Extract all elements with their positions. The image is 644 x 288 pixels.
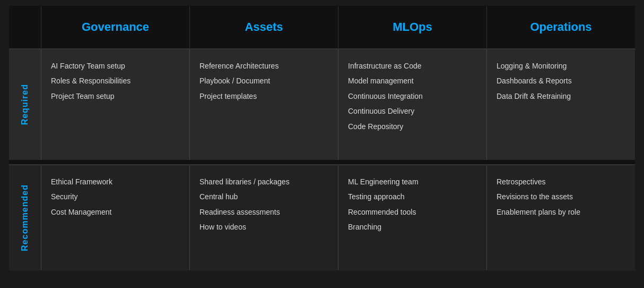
required-label: Required [20, 84, 30, 125]
main-table: Governance Assets MLOps Operations Requi… [9, 6, 635, 282]
required-mlops-cell: Infrastructure as CodeModel managementCo… [338, 49, 486, 160]
list-item: Code Repository [348, 121, 477, 132]
recommended-governance-cell: Ethical FrameworkSecurityCost Management [41, 165, 189, 270]
recommended-label-cell: Recommended [9, 165, 41, 270]
list-item: Logging & Monitoring [497, 60, 625, 72]
list-item: Shared libraries / packages [199, 176, 328, 188]
header-operations: Operations [486, 6, 635, 48]
required-row: Required AI Factory Team setupRoles & Re… [9, 48, 635, 160]
list-item: Data Drift & Retraining [497, 90, 625, 102]
list-item: Retrospectives [497, 176, 625, 188]
list-item: Continuous Integration [348, 90, 477, 102]
list-item: Cost Management [51, 206, 180, 218]
list-item: Testing approach [348, 191, 477, 202]
required-operations-cell: Logging & MonitoringDashboards & Reports… [486, 49, 635, 160]
list-item: Branching [348, 221, 477, 233]
recommended-row: Recommended Ethical FrameworkSecurityCos… [9, 164, 635, 270]
list-item: Model management [348, 75, 477, 87]
list-item: Readiness assessments [199, 206, 328, 218]
list-item: Dashboards & Reports [497, 75, 625, 87]
separator [9, 160, 635, 164]
list-item: Security [51, 191, 180, 202]
list-item: Infrastructure as Code [348, 60, 477, 72]
list-item: Central hub [199, 191, 328, 202]
required-governance-cell: AI Factory Team setupRoles & Responsibil… [41, 49, 189, 160]
recommended-assets-cell: Shared libraries / packagesCentral hubRe… [189, 165, 338, 270]
list-item: Roles & Responsibilities [51, 75, 180, 87]
recommended-mlops-cell: ML Engineering teamTesting approachRecom… [338, 165, 486, 270]
header-assets: Assets [189, 6, 338, 48]
list-item: How to videos [199, 221, 328, 233]
list-item: Enablement plans by role [497, 206, 625, 218]
header-governance: Governance [41, 6, 189, 48]
list-item: ML Engineering team [348, 176, 477, 188]
header-mlops: MLOps [338, 6, 486, 48]
required-label-cell: Required [9, 49, 41, 160]
list-item: Project templates [199, 90, 328, 102]
list-item: Continuous Delivery [348, 105, 477, 117]
list-item: Recommended tools [348, 206, 477, 218]
list-item: Project Team setup [51, 90, 180, 102]
list-item: Reference Architectures [199, 60, 328, 72]
list-item: Revisions to the assets [497, 191, 625, 202]
header-empty-cell [9, 6, 41, 48]
list-item: Ethical Framework [51, 176, 180, 188]
list-item: Playbook / Document [199, 75, 328, 87]
list-item: AI Factory Team setup [51, 60, 180, 72]
required-assets-cell: Reference ArchitecturesPlaybook / Docume… [189, 49, 338, 160]
recommended-operations-cell: RetrospectivesRevisions to the assetsEna… [486, 165, 635, 270]
header-row: Governance Assets MLOps Operations [9, 6, 635, 48]
recommended-label: Recommended [20, 184, 30, 251]
